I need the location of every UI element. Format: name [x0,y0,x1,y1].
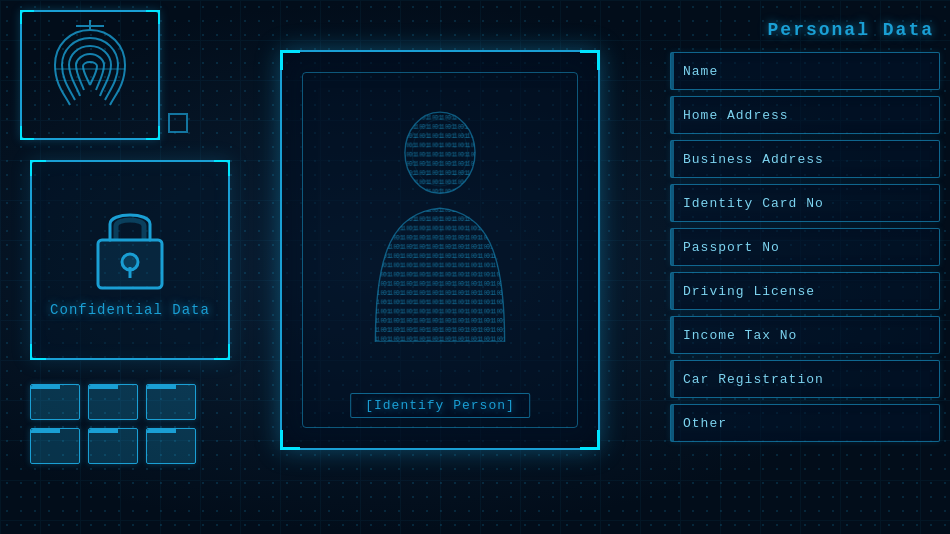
fp-corner-br [146,126,160,140]
id-corner-tl [280,50,300,70]
field-car-registration[interactable]: Car Registration [670,360,940,398]
fp-corner-bl [20,126,34,140]
file-icon-3 [146,384,196,420]
field-other[interactable]: Other [670,404,940,442]
fp-corner-tr [146,10,160,24]
personal-data-panel: Personal Data Name Home Address Business… [670,20,940,448]
field-name[interactable]: Name [670,52,940,90]
lock-corner-tl [30,160,46,176]
person-silhouette: 01 10 [340,82,540,362]
file-icon-1 [30,384,80,420]
id-card-outer: 01 10 [Identify Person] [280,50,600,450]
files-row-2 [30,428,230,464]
lock-corner-br [214,344,230,360]
lock-corner-bl [30,344,46,360]
id-corner-bl [280,430,300,450]
field-home-address[interactable]: Home Address [670,96,940,134]
file-icon-4 [30,428,80,464]
panel-title: Personal Data [670,20,940,40]
files-area [30,384,230,514]
svg-rect-13 [55,68,125,70]
field-identity-card[interactable]: Identity Card No [670,184,940,222]
fp-small-square [168,113,188,133]
field-business-address[interactable]: Business Address [670,140,940,178]
confidential-data-label: Confidential Data [50,302,210,318]
svg-rect-14 [55,80,120,81]
confidential-data-box: Confidential Data [30,160,230,360]
svg-rect-22 [357,102,523,342]
person-svg: 01 10 [350,102,530,342]
file-icon-6 [146,428,196,464]
fingerprint-area [20,10,200,170]
field-income-tax[interactable]: Income Tax No [670,316,940,354]
field-driving-license[interactable]: Driving License [670,272,940,310]
lock-corner-tr [214,160,230,176]
identify-label: [Identify Person] [350,393,530,418]
files-row-1 [30,384,230,420]
lock-icon [90,202,170,292]
field-passport[interactable]: Passport No [670,228,940,266]
id-card-area: 01 10 [Identify Person] [280,50,600,450]
fingerprint-box [20,10,160,140]
fingerprint-icon [40,20,140,130]
id-corner-br [580,430,600,450]
id-corner-tr [580,50,600,70]
fp-corner-tl [20,10,34,24]
file-icon-2 [88,384,138,420]
file-icon-5 [88,428,138,464]
